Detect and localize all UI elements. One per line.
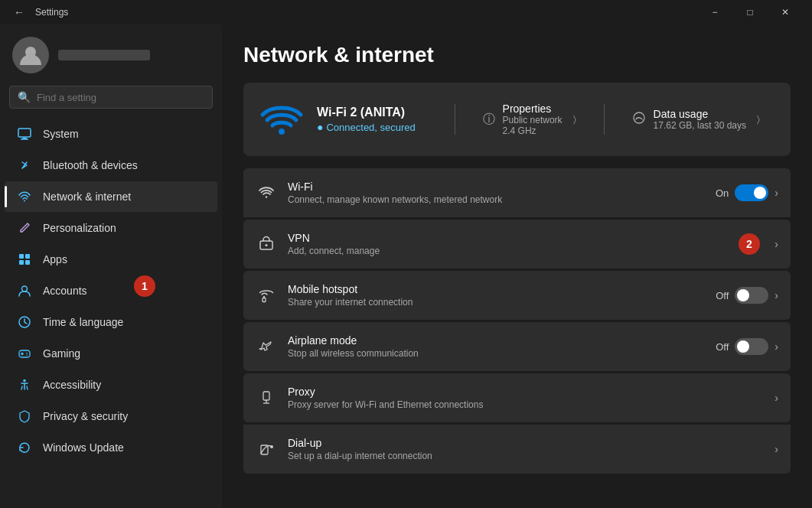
svg-rect-8 [25, 260, 30, 265]
svg-rect-7 [19, 260, 24, 265]
svg-point-27 [270, 445, 273, 448]
title-bar: ← Settings − □ ✕ [0, 0, 812, 24]
vpn-item-subtitle: Add, connect, manage [288, 246, 764, 256]
sidebar-item-gaming[interactable]: Gaming [5, 338, 217, 369]
wifi-info: Wi-Fi 2 (ANITA) ● Connected, secured [317, 106, 442, 133]
wifi-item-title: Wi-Fi [288, 181, 705, 193]
accounts-icon [17, 283, 32, 298]
data-usage-icon [632, 111, 646, 128]
svg-point-19 [266, 196, 267, 197]
title-bar-left: ← Settings [9, 3, 68, 21]
app-title: Settings [35, 7, 68, 18]
settings-item-vpn[interactable]: VPN Add, connect, manage › 2 [243, 220, 791, 269]
svg-point-14 [26, 353, 28, 354]
airplane-toggle[interactable] [735, 338, 768, 355]
back-button[interactable]: ← [9, 3, 29, 21]
sidebar-item-privacy[interactable]: Privacy & security [5, 401, 217, 431]
properties-info: Properties Public network 2.4 GHz [503, 103, 563, 136]
sidebar-item-personalization[interactable]: Personalization [5, 213, 217, 243]
network-icon [17, 189, 32, 204]
data-usage-info: Data usage 17.62 GB, last 30 days [654, 108, 746, 131]
svg-point-16 [23, 379, 26, 383]
hotspot-chevron: › [774, 289, 778, 301]
svg-rect-1 [18, 129, 31, 137]
sidebar-item-system-label: System [43, 128, 79, 140]
vpn-item-text: VPN Add, connect, manage [288, 232, 764, 256]
wifi-hero-card[interactable]: Wi-Fi 2 (ANITA) ● Connected, secured ⓘ P… [243, 83, 791, 156]
hotspot-toggle-label: Off [716, 290, 729, 301]
sidebar-item-personalization-label: Personalization [43, 222, 116, 234]
sidebar-item-time-label: Time & language [43, 316, 123, 328]
sidebar-item-apps[interactable]: Apps [5, 244, 217, 275]
sidebar-item-privacy-label: Privacy & security [43, 410, 128, 422]
proxy-item-title: Proxy [288, 386, 764, 398]
sidebar: 🔍 System [0, 24, 222, 508]
properties-title: Properties [503, 103, 563, 115]
sidebar-item-accounts[interactable]: Accounts [5, 275, 217, 306]
airplane-item-text: Airplane mode Stop all wireless communic… [288, 334, 705, 359]
properties-sub2: 2.4 GHz [503, 125, 563, 136]
sidebar-item-apps-label: Apps [43, 253, 67, 265]
wifi-toggle[interactable] [735, 184, 768, 201]
wifi-divider [455, 104, 455, 135]
properties-link[interactable]: ⓘ Properties Public network 2.4 GHz 〉 [468, 103, 592, 136]
wifi-status: ● Connected, secured [317, 121, 442, 133]
search-input[interactable] [37, 92, 204, 103]
minimize-button[interactable]: − [697, 0, 732, 24]
vpn-chevron: › [774, 238, 778, 250]
dialup-item-subtitle: Set up a dial-up internet connection [288, 451, 764, 461]
sidebar-item-network[interactable]: Network & internet [5, 181, 217, 212]
svg-rect-5 [19, 254, 24, 259]
hotspot-item-title: Mobile hotspot [288, 283, 705, 295]
user-name-placeholder [58, 50, 150, 60]
settings-item-hotspot[interactable]: Mobile hotspot Share your internet conne… [243, 271, 791, 320]
data-usage-sub: 17.62 GB, last 30 days [654, 120, 746, 131]
app-container: 🔍 System [0, 24, 812, 508]
personalization-icon [17, 220, 32, 236]
settings-list: Wi-Fi Connect, manage known networks, me… [243, 168, 791, 474]
wifi-item-text: Wi-Fi Connect, manage known networks, me… [288, 181, 705, 205]
proxy-item-icon [256, 387, 277, 409]
svg-rect-6 [25, 254, 30, 259]
wifi-network-name: Wi-Fi 2 (ANITA) [317, 106, 442, 119]
dialup-chevron: › [774, 443, 778, 455]
avatar [12, 37, 49, 73]
sidebar-item-bluetooth[interactable]: Bluetooth & devices [5, 150, 217, 181]
gaming-icon [17, 346, 32, 361]
svg-point-22 [263, 296, 265, 298]
wifi-toggle-thumb [754, 187, 766, 199]
close-button[interactable]: ✕ [768, 0, 803, 24]
proxy-item-right: › [774, 392, 778, 404]
settings-item-wifi[interactable]: Wi-Fi Connect, manage known networks, me… [243, 168, 791, 217]
airplane-toggle-thumb [737, 340, 749, 353]
airplane-toggle-label: Off [716, 341, 729, 353]
accessibility-icon [17, 377, 32, 392]
hotspot-toggle[interactable] [735, 287, 768, 304]
search-box[interactable]: 🔍 [9, 86, 213, 109]
settings-item-dialup[interactable]: Dial-up Set up a dial-up internet connec… [243, 425, 791, 474]
sidebar-item-system[interactable]: System [5, 119, 217, 149]
maximize-button[interactable]: □ [732, 0, 768, 24]
proxy-item-subtitle: Proxy server for Wi-Fi and Ethernet conn… [288, 399, 764, 410]
dialup-item-title: Dial-up [288, 437, 764, 449]
airplane-item-icon [256, 336, 277, 357]
sidebar-item-update[interactable]: Windows Update [5, 432, 217, 463]
sidebar-item-accessibility-label: Accessibility [43, 379, 101, 391]
page-title: Network & internet [243, 43, 791, 67]
sidebar-item-accessibility[interactable]: Accessibility [5, 370, 217, 400]
proxy-chevron: › [774, 392, 778, 404]
user-profile[interactable] [0, 24, 222, 83]
hotspot-toggle-thumb [737, 289, 749, 301]
hotspot-item-right: Off › [716, 287, 778, 304]
hotspot-item-text: Mobile hotspot Share your internet conne… [288, 283, 705, 308]
sidebar-item-time[interactable]: Time & language [5, 307, 217, 337]
svg-point-15 [26, 354, 28, 356]
update-icon [17, 440, 32, 455]
settings-item-airplane[interactable]: Airplane mode Stop all wireless communic… [243, 322, 791, 371]
dialup-item-right: › [774, 443, 778, 455]
dialup-item-icon [256, 438, 277, 460]
settings-item-proxy[interactable]: Proxy Proxy server for Wi-Fi and Etherne… [243, 373, 791, 422]
sidebar-item-accounts-label: Accounts [43, 285, 87, 297]
proxy-item-text: Proxy Proxy server for Wi-Fi and Etherne… [288, 386, 764, 410]
data-usage-link[interactable]: Data usage 17.62 GB, last 30 days 〉 [617, 108, 775, 131]
